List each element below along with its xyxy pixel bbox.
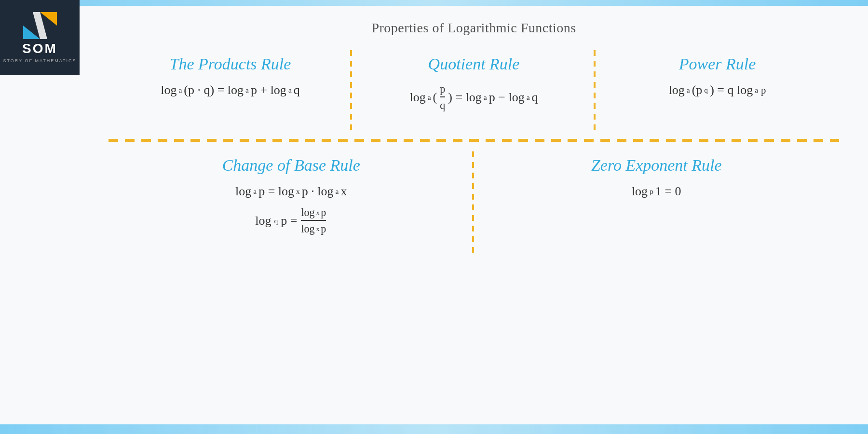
power-rule-title: Power Rule [679, 55, 756, 73]
som-logo-icon [23, 12, 57, 39]
quotient-rule-column: Quotient Rule log a ( p q ) = log a p − … [352, 50, 596, 134]
change-of-base-title: Change of Base Rule [222, 156, 360, 175]
horizontal-divider [108, 139, 839, 142]
products-rule-column: The Products Rule log a (p · q) = log a … [108, 50, 352, 134]
page-title: Properties of Logarithmic Functions [371, 20, 576, 36]
logo-text: SOM [22, 41, 57, 56]
change-of-base-formula1: log a p = log x p · log a x [235, 184, 347, 199]
zero-exponent-formula: log p 1 = 0 [632, 184, 681, 199]
zero-exponent-column: Zero Exponent Rule log p 1 = 0 [474, 151, 840, 216]
main-content: Properties of Logarithmic Functions The … [80, 6, 868, 424]
logo-area: SOM STORY OF MATHEMATICS [0, 0, 80, 75]
products-rule-title: The Products Rule [170, 55, 291, 73]
power-rule-column: Power Rule log a (p q ) = q log a p [596, 50, 839, 134]
bottom-accent-bar [0, 424, 868, 434]
power-rule-formula: log a (p q ) = q log a p [669, 83, 766, 97]
top-accent-bar [0, 0, 868, 6]
logo-subtext: STORY OF MATHEMATICS [3, 58, 76, 63]
quotient-rule-title: Quotient Rule [428, 55, 520, 73]
svg-marker-2 [33, 12, 47, 39]
upper-section: The Products Rule log a (p · q) = log a … [108, 50, 839, 134]
lower-section: Change of Base Rule log a p = log x p · … [108, 151, 839, 253]
zero-exponent-title: Zero Exponent Rule [591, 156, 722, 175]
quotient-rule-formula: log a ( p q ) = log a p − log a q [409, 83, 538, 112]
change-of-base-formula2: log q p = logxp logxp [255, 206, 327, 235]
change-of-base-column: Change of Base Rule log a p = log x p · … [108, 151, 474, 253]
products-rule-formula: log a (p · q) = log a p + log a q [161, 83, 300, 97]
